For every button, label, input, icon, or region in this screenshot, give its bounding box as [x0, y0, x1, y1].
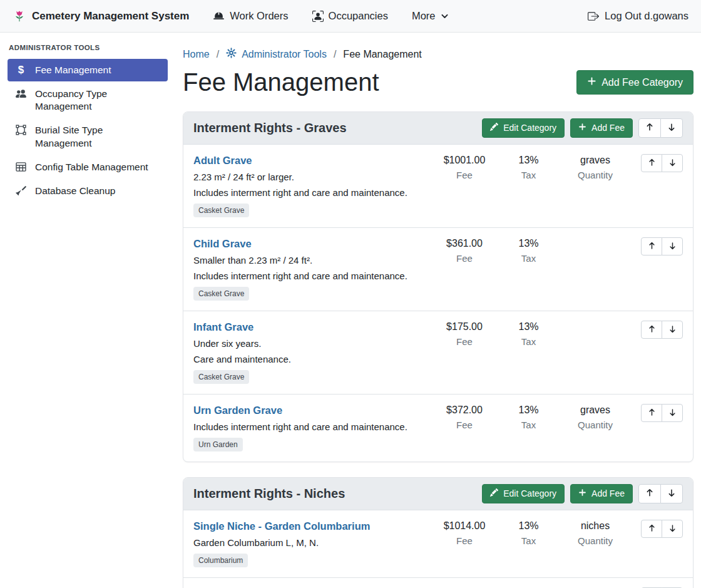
fee-category-card: Interment Rights - Niches Edit Category …: [183, 477, 693, 588]
move-fee-up-button[interactable]: [641, 154, 662, 172]
fee-quantity-col: graves Quantity: [558, 155, 632, 180]
fee-description: Under six years.: [193, 338, 424, 349]
sidebar-item-label: Database Cleanup: [35, 185, 115, 197]
edit-category-button[interactable]: Edit Category: [482, 484, 565, 503]
fee-quantity-label: Quantity: [558, 535, 632, 546]
move-fee-down-button[interactable]: [662, 520, 683, 538]
page-header: Fee Management Add Fee Category: [183, 68, 693, 96]
fee-quantity-col: Quantity: [558, 238, 632, 252]
arrow-up-icon: [648, 325, 656, 335]
fee-main: Child Grave Smaller than 2.23 m² / 24 ft…: [193, 237, 430, 301]
fee-description: Includes interment right and care and ma…: [193, 187, 424, 198]
gear-icon: [226, 48, 237, 61]
logout-label: Log Out d.gowans: [605, 10, 688, 22]
move-category-up-button[interactable]: [638, 118, 661, 138]
breadcrumb-admin-tools-label: Administrator Tools: [242, 49, 327, 60]
fee-name-link[interactable]: Infant Grave: [193, 321, 253, 333]
category-title: Interment Rights - Niches: [193, 487, 345, 501]
fee-row: Infant Grave Under six years.Care and ma…: [183, 311, 693, 395]
app-brand[interactable]: Cemetery Management System: [13, 9, 189, 23]
add-fee-label: Add Fee: [591, 488, 625, 499]
sidebar-item-fee-management[interactable]: $ Fee Management: [8, 59, 168, 81]
top-navbar: Cemetery Management System Work Orders O…: [0, 0, 701, 33]
fee-badge: Urn Garden: [193, 438, 243, 451]
fee-main: Single Niche - Garden Columbarium Garden…: [193, 520, 430, 567]
fee-name-link[interactable]: Adult Grave: [193, 155, 252, 167]
fee-reorder-group: [641, 520, 683, 538]
category-actions: Edit Category Add Fee: [482, 484, 683, 503]
move-fee-down-button[interactable]: [662, 404, 683, 422]
logout-icon: [588, 11, 599, 22]
move-category-up-button[interactable]: [638, 484, 661, 503]
move-fee-up-button[interactable]: [641, 520, 662, 538]
sidebar-item-config-table[interactable]: Config Table Management: [8, 156, 168, 178]
fee-row: Adult Grave 2.23 m² / 24 ft² or larger.I…: [183, 145, 693, 228]
fee-row: Urn Garden Grave Includes interment righ…: [183, 395, 693, 462]
nav-work-orders-label: Work Orders: [230, 10, 288, 22]
move-fee-up-button[interactable]: [641, 321, 662, 339]
fee-quantity: graves: [558, 405, 632, 416]
sidebar-heading: ADMINISTRATOR TOOLS: [9, 44, 166, 51]
fee-amount-label: Fee: [430, 170, 499, 180]
fee-tax: 13%: [499, 520, 558, 532]
category-reorder-group: [638, 484, 683, 503]
fee-reorder-group: [641, 237, 683, 255]
fee-reorder-group: [641, 321, 683, 339]
move-category-down-button[interactable]: [660, 118, 683, 138]
fee-descriptions: Smaller than 2.23 m² / 24 ft².Includes i…: [193, 255, 424, 281]
fee-amount: $1001.00: [430, 155, 499, 166]
sidebar-item-burial-site-type[interactable]: Burial Site Type Management: [8, 119, 168, 154]
move-fee-down-button[interactable]: [662, 237, 683, 255]
fee-descriptions: Includes interment right and care and ma…: [193, 421, 424, 432]
nav-more[interactable]: More: [412, 10, 449, 22]
category-title: Interment Rights - Graves: [193, 121, 347, 135]
fee-amount-col: $372.00 Fee: [430, 405, 499, 430]
breadcrumb-home-link[interactable]: Home: [183, 49, 210, 60]
arrow-down-icon: [667, 488, 676, 499]
sidebar-item-database-cleanup[interactable]: Database Cleanup: [8, 180, 168, 202]
fee-row: Single Niche - Garden Columbarium Garden…: [183, 510, 693, 578]
fee-badge: Casket Grave: [193, 204, 249, 217]
sidebar-item-label: Occupancy Type Management: [35, 88, 160, 113]
category-body: Single Niche - Garden Columbarium Garden…: [183, 510, 693, 588]
fee-tax-col: 13% Tax: [499, 520, 558, 546]
add-fee-button[interactable]: Add Fee: [570, 118, 633, 138]
fee-tax-label: Tax: [499, 170, 558, 180]
arrow-up-icon: [648, 524, 656, 534]
move-fee-down-button[interactable]: [662, 154, 683, 172]
fee-reorder-group: [641, 404, 683, 422]
sidebar-item-occupancy-type[interactable]: Occupancy Type Management: [8, 83, 168, 118]
nav-work-orders[interactable]: Work Orders: [213, 10, 288, 22]
fee-amount-col: $1014.00 Fee: [430, 520, 499, 546]
plus-icon: [587, 76, 596, 88]
breadcrumb-admin-tools-link[interactable]: Administrator Tools: [226, 48, 327, 61]
nav-occupancies[interactable]: Occupancies: [312, 10, 388, 22]
fee-reorder-group: [641, 154, 683, 172]
fee-amount-col: $1001.00 Fee: [430, 155, 499, 180]
broom-icon: [15, 185, 27, 197]
logout-button[interactable]: Log Out d.gowans: [588, 10, 688, 22]
arrow-down-icon: [668, 242, 677, 252]
fee-main: Adult Grave 2.23 m² / 24 ft² or larger.I…: [193, 154, 430, 217]
fee-descriptions: Garden Columbarium L, M, N.: [193, 537, 424, 548]
add-fee-category-label: Add Fee Category: [601, 76, 683, 88]
move-category-down-button[interactable]: [660, 484, 683, 503]
fee-amount-col: $175.00 Fee: [430, 321, 499, 347]
fee-name-link[interactable]: Urn Garden Grave: [193, 405, 282, 416]
move-fee-up-button[interactable]: [641, 237, 662, 255]
add-fee-button[interactable]: Add Fee: [570, 484, 633, 503]
fee-quantity-col: graves Quantity: [558, 405, 632, 430]
breadcrumb: Home / Administrator Tools / Fee Managem…: [183, 48, 693, 61]
breadcrumb-separator: /: [217, 49, 219, 60]
edit-category-button[interactable]: Edit Category: [482, 118, 565, 138]
move-fee-up-button[interactable]: [641, 404, 662, 422]
fee-quantity-label: Quantity: [558, 420, 632, 430]
fee-name-link[interactable]: Single Niche - Garden Columbarium: [193, 520, 370, 532]
fee-description: Care and maintenance.: [193, 354, 424, 364]
fee-quantity-col: Quantity: [558, 321, 632, 336]
fee-name-link[interactable]: Child Grave: [193, 238, 252, 250]
move-fee-down-button[interactable]: [662, 321, 683, 339]
fee-tax-label: Tax: [499, 336, 558, 347]
add-fee-category-button[interactable]: Add Fee Category: [576, 70, 693, 95]
plus-icon: [578, 488, 586, 499]
